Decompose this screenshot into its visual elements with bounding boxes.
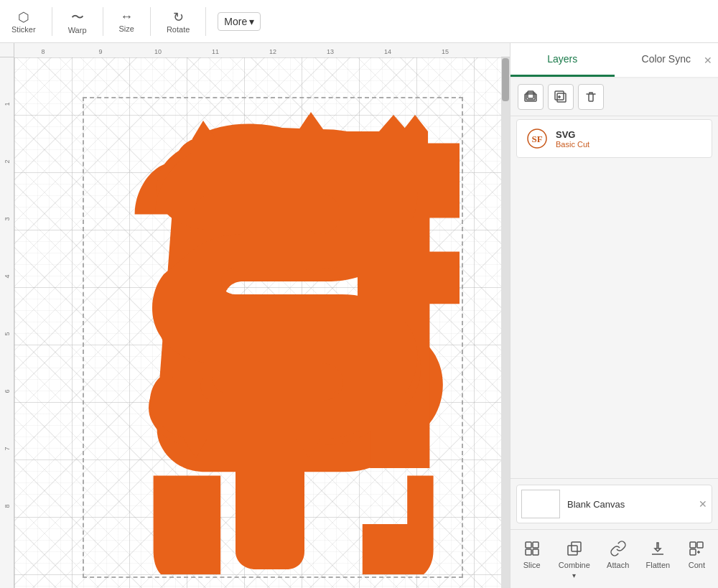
rotate-tool[interactable]: ↻ Rotate (162, 6, 194, 37)
svg-marker-4 (300, 112, 323, 129)
svg-marker-8 (402, 115, 428, 131)
ruler-num-14: 14 (384, 48, 391, 55)
blank-canvas-section: Blank Canvas ✕ (510, 478, 718, 529)
svg-text:SF: SF (531, 134, 542, 144)
canvas-area[interactable]: 8 9 10 11 12 13 14 15 1 2 3 4 5 6 7 8 (0, 43, 510, 588)
separator-1 (52, 7, 52, 36)
sticker-tool[interactable]: ⬡ Sticker (7, 6, 40, 37)
more-button[interactable]: More ▾ (218, 12, 261, 31)
slice-button[interactable]: Slice (518, 536, 546, 582)
duplicate-layer-button[interactable] (548, 84, 574, 110)
warp-icon: 〜 (71, 9, 84, 26)
delete-icon (584, 90, 597, 103)
ruler-num-12: 12 (269, 48, 276, 55)
cont-label: Cont (689, 561, 705, 569)
ruler-top: 8 9 10 11 12 13 14 15 (0, 43, 510, 57)
scrollbar-thumb[interactable] (502, 58, 509, 101)
attach-icon (608, 538, 628, 559)
svg-rect-19 (533, 542, 538, 548)
warp-label: Warp (68, 26, 87, 34)
panel-actions: Slice Combine ▾ (510, 529, 718, 588)
rotate-label: Rotate (167, 25, 190, 34)
svg-marker-5 (184, 439, 207, 458)
ruler-left-num-3: 3 (4, 217, 11, 220)
ruler-left-num-4: 4 (4, 274, 11, 278)
cont-button[interactable]: Cont (682, 536, 711, 582)
ruler-num-10: 10 (154, 48, 162, 55)
add-layer-icon (524, 90, 537, 103)
size-icon: ↔ (120, 9, 133, 24)
svg-rect-25 (690, 542, 696, 548)
layer-name: SVG (556, 129, 589, 140)
svg-marker-7 (379, 115, 408, 131)
ruler-left-num-5: 5 (4, 332, 11, 335)
sf-mini-icon: SF (527, 129, 547, 149)
svg-rect-21 (533, 549, 538, 555)
svg-marker-6 (297, 439, 320, 458)
ruler-left-num-2: 2 (4, 159, 11, 163)
slice-label: Slice (523, 561, 541, 569)
svg-rect-27 (690, 549, 696, 555)
layers-tab-label: Layers (547, 53, 577, 65)
attach-label: Attach (607, 561, 629, 569)
ruler-left-num-8: 8 (4, 504, 11, 508)
slice-icon (522, 538, 542, 559)
ruler-num-9: 9 (98, 48, 102, 55)
combine-button[interactable]: Combine ▾ (554, 536, 595, 582)
panel-close-button[interactable]: ✕ (704, 55, 712, 66)
flatten-button[interactable]: Flatten (641, 536, 674, 582)
separator-3 (150, 7, 151, 36)
tab-layers[interactable]: Layers (510, 43, 615, 77)
layer-item[interactable]: SF SVG Basic Cut (516, 119, 712, 158)
svg-rect-22 (568, 546, 577, 555)
main-layout: 8 9 10 11 12 13 14 15 1 2 3 4 5 6 7 8 (0, 43, 718, 588)
svg-rect-20 (526, 549, 531, 555)
ruler-num-8: 8 (41, 48, 45, 55)
ruler-num-15: 15 (442, 48, 449, 55)
flatten-icon (648, 538, 668, 559)
sticker-icon: ⬡ (18, 9, 29, 25)
right-panel: Layers Color Sync ✕ (510, 43, 718, 588)
more-label: More (224, 16, 247, 27)
blank-canvas-preview: Blank Canvas ✕ (516, 485, 712, 523)
delete-layer-button[interactable] (578, 84, 604, 110)
ruler-top-numbers: 8 9 10 11 12 13 14 15 (14, 43, 501, 57)
duplicate-icon (554, 90, 567, 103)
separator-2 (103, 7, 103, 36)
ruler-num-11: 11 (212, 48, 219, 55)
svg-rect-23 (572, 542, 581, 551)
layer-item-info: SVG Basic Cut (556, 129, 589, 149)
panel-spacer (510, 161, 718, 478)
cont-icon (686, 538, 707, 559)
attach-button[interactable]: Attach (602, 536, 633, 582)
svg-rect-12 (557, 93, 566, 102)
svg-rect-26 (697, 542, 703, 548)
layer-item-icon: SF (526, 127, 549, 150)
rotate-icon: ↻ (173, 9, 184, 25)
ruler-left-num-1: 1 (4, 102, 11, 106)
panel-tabs: Layers Color Sync ✕ (510, 43, 718, 78)
colorsync-tab-label: Color Sync (642, 53, 691, 65)
size-tool[interactable]: ↔ Size (115, 6, 139, 36)
flatten-label: Flatten (645, 561, 670, 569)
panel-toolbar (510, 78, 718, 116)
canvas-close-button[interactable]: ✕ (699, 498, 707, 510)
warp-tool[interactable]: 〜 Warp (64, 6, 91, 37)
combine-icon (564, 538, 584, 559)
more-chevron-icon: ▾ (249, 16, 254, 27)
combine-dropdown-icon[interactable]: ▾ (572, 571, 576, 579)
ruler-left: 1 2 3 4 5 6 7 8 (0, 57, 14, 588)
main-toolbar: ⬡ Sticker 〜 Warp ↔ Size ↻ Rotate More ▾ (0, 0, 718, 43)
ruler-left-num-7: 7 (4, 447, 11, 450)
size-label: Size (119, 24, 134, 33)
separator-4 (205, 7, 206, 36)
canvas-thumbnail (521, 490, 560, 518)
sf-giants-logo-proper[interactable] (78, 92, 462, 574)
add-layer-button[interactable] (518, 84, 544, 110)
tab-colorsync[interactable]: Color Sync (615, 43, 719, 77)
grid-canvas[interactable] (14, 57, 501, 588)
scrollbar-right[interactable] (501, 57, 510, 588)
ruler-corner (0, 43, 14, 57)
ruler-left-num-6: 6 (4, 389, 11, 393)
canvas-label: Blank Canvas (567, 499, 625, 510)
